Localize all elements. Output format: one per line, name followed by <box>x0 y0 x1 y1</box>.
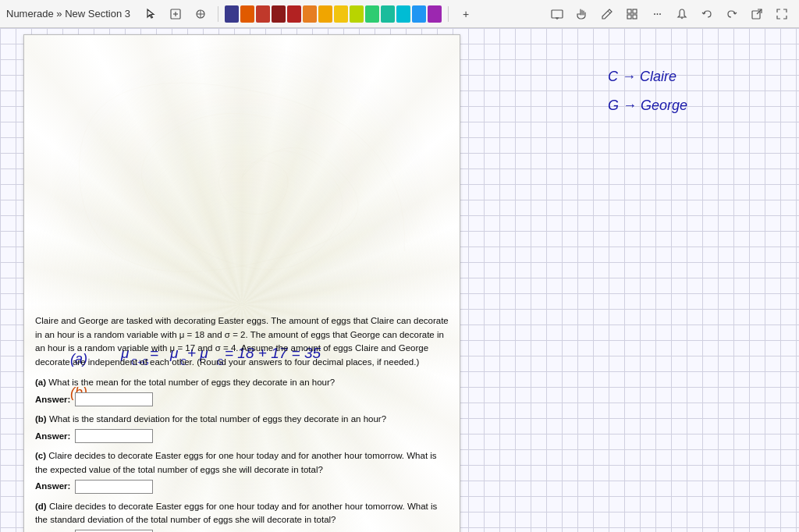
svg-point-16 <box>50 44 434 310</box>
svg-rect-12 <box>627 15 631 19</box>
answer-input-a[interactable] <box>75 392 153 406</box>
swirl-background <box>35 44 449 310</box>
notes-right: C → Claire G → George <box>604 59 760 140</box>
pen-icon[interactable] <box>596 3 618 25</box>
answer-row-a: Answer: <box>35 392 449 406</box>
question-intro-text: Claire and George are tasked with decora… <box>35 314 449 370</box>
question-part-c: (c) Claire decides to decorate Easter eg… <box>35 449 449 494</box>
answer-row-b: Answer: <box>35 429 449 443</box>
share-icon[interactable] <box>746 3 768 25</box>
breadcrumb: Numerade » New Section 3 <box>6 8 130 20</box>
grid-icon[interactable] <box>621 3 643 25</box>
svg-rect-10 <box>627 9 631 13</box>
hand-icon[interactable] <box>571 3 593 25</box>
part-c-text: (c) Claire decides to decorate Easter eg… <box>35 449 449 477</box>
part-d-text: (d) Claire decides to decorate Easter eg… <box>35 500 449 527</box>
svg-line-9 <box>608 11 610 13</box>
separator-1 <box>218 6 218 22</box>
color-blue[interactable] <box>412 5 426 23</box>
question-card: Claire and George are tasked with decora… <box>23 34 460 532</box>
redo-icon[interactable] <box>721 3 743 25</box>
question-part-a: (a) What is the mean for the total numbe… <box>35 376 449 406</box>
color-yellow[interactable] <box>334 5 348 23</box>
fullscreen-icon[interactable] <box>771 3 793 25</box>
question-part-b: (b) What is the standard deviation for t… <box>35 413 449 443</box>
move-icon[interactable] <box>190 3 211 25</box>
screen-icon[interactable] <box>546 3 568 25</box>
bell-icon[interactable] <box>671 3 693 25</box>
svg-line-15 <box>757 9 762 14</box>
svg-rect-11 <box>633 9 637 13</box>
svg-rect-6 <box>552 10 563 18</box>
color-palette <box>225 5 442 23</box>
svg-rect-13 <box>633 15 637 19</box>
color-green[interactable] <box>365 5 379 23</box>
cursor-icon[interactable] <box>140 3 162 25</box>
answer-row-c: Answer: <box>35 480 449 494</box>
color-dark-blue[interactable] <box>225 5 239 23</box>
svg-text:G → George: G → George <box>608 98 687 113</box>
color-amber[interactable] <box>303 5 317 23</box>
color-teal[interactable] <box>381 5 395 23</box>
part-b-text: (b) What is the standard deviation for t… <box>35 413 449 426</box>
answer-label-b: Answer: <box>35 430 70 443</box>
add-page-icon[interactable] <box>165 3 186 25</box>
color-orange[interactable] <box>240 5 254 23</box>
question-part-d: (d) Claire decides to decorate Easter eg… <box>35 500 449 532</box>
add-icon[interactable]: + <box>455 3 477 25</box>
more-icon[interactable]: ··· <box>646 3 668 25</box>
color-cyan[interactable] <box>396 5 410 23</box>
svg-text:C → Claire: C → Claire <box>608 69 676 84</box>
main-canvas: Claire and George are tasked with decora… <box>0 28 799 532</box>
part-a-text: (a) What is the mean for the total numbe… <box>35 376 449 389</box>
separator-2 <box>448 6 449 22</box>
color-crimson[interactable] <box>287 5 301 23</box>
toolbar: Numerade » New Section 3 + <box>0 0 799 28</box>
notes-right-svg: C → Claire G → George <box>604 59 760 137</box>
color-lime[interactable] <box>350 5 364 23</box>
answer-input-c[interactable] <box>75 480 153 494</box>
answer-input-b[interactable] <box>75 429 153 443</box>
answer-label-c: Answer: <box>35 480 70 493</box>
color-yellow-orange[interactable] <box>318 5 332 23</box>
color-purple[interactable] <box>428 5 442 23</box>
undo-icon[interactable] <box>696 3 718 25</box>
color-red[interactable] <box>256 5 270 23</box>
answer-label-a: Answer: <box>35 393 70 406</box>
color-dark-red[interactable] <box>272 5 286 23</box>
